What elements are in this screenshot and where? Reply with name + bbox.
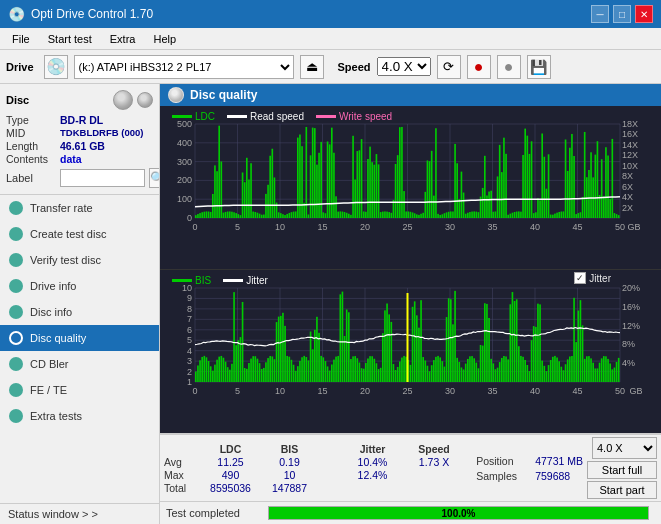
menu-help[interactable]: Help xyxy=(145,31,184,47)
disc-length-row: Length 46.61 GB xyxy=(6,140,153,152)
nav-items: Transfer rate Create test disc Verify te… xyxy=(0,195,159,429)
speed-select-toolbar[interactable]: 4.0 X xyxy=(377,57,431,76)
bis-legend: BIS Jitter xyxy=(164,272,276,289)
disc-contents-row: Contents data xyxy=(6,153,153,165)
verify-test-disc-icon xyxy=(8,252,24,268)
stat-total-ldc: 8595036 xyxy=(203,482,258,494)
disc-section-title: Disc xyxy=(6,94,29,106)
start-part-button[interactable]: Start part xyxy=(587,481,657,499)
disc-length-value: 46.61 GB xyxy=(60,140,105,152)
jitter-checkbox[interactable]: ✓ xyxy=(574,272,586,284)
stat-max-bis: 10 xyxy=(262,469,317,481)
eject-button[interactable]: ⏏ xyxy=(300,55,324,79)
sidebar-item-create-test-disc[interactable]: Create test disc xyxy=(0,221,159,247)
bis-canvas xyxy=(160,270,650,400)
main-layout: Disc Type BD-R DL MID TDKBLDRFB (000) Le… xyxy=(0,84,661,524)
start-full-button[interactable]: Start full xyxy=(587,461,657,479)
disc-contents-label: Contents xyxy=(6,153,56,165)
sidebar-item-disc-info[interactable]: Disc info xyxy=(0,299,159,325)
drive-select[interactable]: (k:) ATAPI iHBS312 2 PL17 xyxy=(74,55,294,79)
label-row: Label 🔍 xyxy=(6,168,153,188)
create-test-disc-label: Create test disc xyxy=(30,228,106,240)
status-window-button[interactable]: Status window > > xyxy=(8,508,151,520)
stats-grid: LDC BIS Jitter Speed Avg 11.25 0.19 10.4… xyxy=(164,437,472,499)
disc-label-browse-button[interactable]: 🔍 xyxy=(149,168,160,188)
progress-bar-container: 100.0% xyxy=(268,506,649,520)
close-button[interactable]: ✕ xyxy=(635,5,653,23)
speed-select-stats[interactable]: 4.0 X xyxy=(592,437,657,459)
disc-label-input[interactable] xyxy=(60,169,145,187)
bis-legend-item: BIS xyxy=(172,275,211,286)
position-value: 47731 MB xyxy=(535,455,583,467)
disc-length-label: Length xyxy=(6,140,56,152)
ldc-legend-line xyxy=(172,115,192,118)
refresh-button[interactable]: ⟳ xyxy=(437,55,461,79)
extra-tests-icon xyxy=(8,408,24,424)
menu-file[interactable]: File xyxy=(4,31,38,47)
ldc-legend: LDC Read speed Write speed xyxy=(164,108,400,125)
drive-icon-btn: 💿 xyxy=(44,55,68,79)
disc-info-label: Disc info xyxy=(30,306,72,318)
sidebar-item-cd-bler[interactable]: CD Bler xyxy=(0,351,159,377)
progress-text: 100.0% xyxy=(269,507,648,519)
stat-spacer xyxy=(321,443,341,455)
drive-info-icon xyxy=(8,278,24,294)
disc-type-value: BD-R DL xyxy=(60,114,103,126)
save-button[interactable]: 💾 xyxy=(527,55,551,79)
stat-speed-header: Speed xyxy=(404,443,464,455)
disc-header: Disc xyxy=(6,90,153,110)
disc-mid-row: MID TDKBLDRFB (000) xyxy=(6,127,153,139)
disc-quality-icon xyxy=(8,330,24,346)
stat-jitter-header: Jitter xyxy=(345,443,400,455)
jitter-legend-label: Jitter xyxy=(246,275,268,286)
minimize-button[interactable]: ─ xyxy=(591,5,609,23)
ldc-legend-item: LDC xyxy=(172,111,215,122)
position-label: Position xyxy=(476,455,531,467)
sidebar-item-drive-info[interactable]: Drive info xyxy=(0,273,159,299)
stat-max-jitter: 12.4% xyxy=(345,469,400,481)
verify-test-disc-label: Verify test disc xyxy=(30,254,101,266)
menu-start-test[interactable]: Start test xyxy=(40,31,100,47)
disc-thumbnail xyxy=(113,90,133,110)
samples-label: Samples xyxy=(476,470,531,482)
transfer-rate-label: Transfer rate xyxy=(30,202,93,214)
disc-icon-button2[interactable]: ● xyxy=(497,55,521,79)
sidebar-item-verify-test-disc[interactable]: Verify test disc xyxy=(0,247,159,273)
disc-quality-title: Disc quality xyxy=(190,88,257,102)
disc-icon-button1[interactable]: ● xyxy=(467,55,491,79)
charts-area: LDC Read speed Write speed xyxy=(160,106,661,433)
disc-thumbnail2 xyxy=(137,92,153,108)
sidebar-item-disc-quality[interactable]: Disc quality xyxy=(0,325,159,351)
cd-bler-icon xyxy=(8,356,24,372)
status-completed-text: Test completed xyxy=(166,507,256,519)
progress-row: Test completed 100.0% xyxy=(160,501,661,524)
sidebar-item-extra-tests[interactable]: Extra tests xyxy=(0,403,159,429)
stat-avg-jitter: 10.4% xyxy=(345,456,400,468)
ldc-chart-wrapper: LDC Read speed Write speed xyxy=(160,106,661,269)
stat-avg-speed: 1.73 X xyxy=(404,456,464,468)
jitter-check-label: Jitter xyxy=(589,273,611,284)
jitter-checkbox-area: ✓ Jitter xyxy=(574,272,611,284)
fe-te-label: FE / TE xyxy=(30,384,67,396)
status-window-label: Status window > > xyxy=(8,508,98,520)
disc-contents-value: data xyxy=(60,153,82,165)
fe-te-icon xyxy=(8,382,24,398)
stat-total-bis: 147887 xyxy=(262,482,317,494)
disc-quality-header: Disc quality xyxy=(160,84,661,106)
menu-extra[interactable]: Extra xyxy=(102,31,144,47)
extra-tests-label: Extra tests xyxy=(30,410,82,422)
stat-empty-header xyxy=(164,443,199,455)
sidebar-item-transfer-rate[interactable]: Transfer rate xyxy=(0,195,159,221)
right-controls: 4.0 X Start full Start part xyxy=(587,437,657,499)
drive-label: Drive xyxy=(6,61,34,73)
maximize-button[interactable]: □ xyxy=(613,5,631,23)
transfer-rate-icon xyxy=(8,200,24,216)
disc-type-label: Type xyxy=(6,114,56,126)
sidebar-item-fe-te[interactable]: FE / TE xyxy=(0,377,159,403)
disc-mid-value: TDKBLDRFB (000) xyxy=(60,127,143,139)
disc-type-row: Type BD-R DL xyxy=(6,114,153,126)
stat-ldc-header: LDC xyxy=(203,443,258,455)
ldc-legend-label: LDC xyxy=(195,111,215,122)
write-speed-legend-line xyxy=(316,115,336,118)
toolbar: Drive 💿 (k:) ATAPI iHBS312 2 PL17 ⏏ Spee… xyxy=(0,50,661,84)
